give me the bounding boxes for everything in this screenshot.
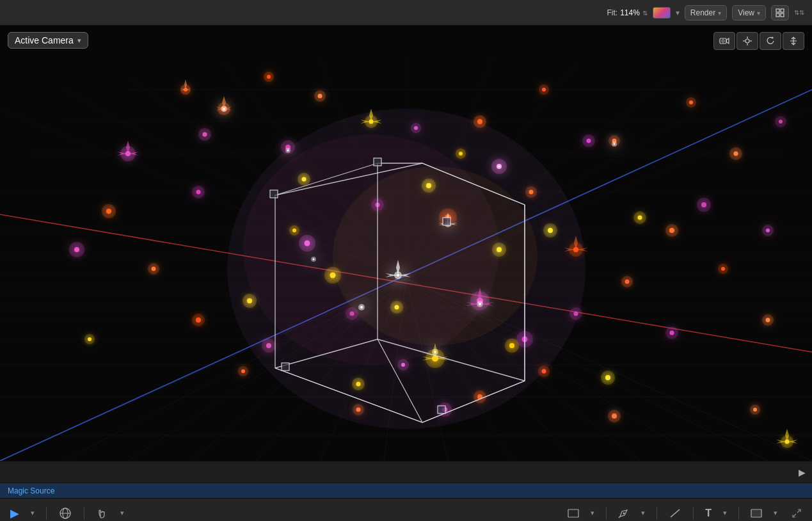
- scrubber-right-handle[interactable]: ▶: [799, 467, 806, 477]
- svg-point-214: [722, 40, 724, 42]
- fit-label: Fit: 114%: [607, 8, 647, 17]
- mask-dropdown[interactable]: ▾: [771, 506, 780, 520]
- color-picker-swatch[interactable]: [653, 7, 671, 19]
- pen-dropdown[interactable]: ▾: [639, 506, 648, 520]
- svg-rect-3: [781, 13, 784, 17]
- svg-point-215: [745, 39, 749, 43]
- svg-line-231: [793, 514, 796, 517]
- pen-icon: [618, 508, 630, 519]
- viewport-wrapper: Active Camera ▾: [0, 26, 812, 461]
- line-icon: [669, 508, 681, 519]
- top-toolbar: Fit: 114% ▾ Render View ⇅: [0, 0, 812, 26]
- separator-2: [84, 507, 84, 520]
- viewport-controls: [713, 32, 804, 50]
- separator-4: [657, 507, 657, 520]
- layout-stepper[interactable]: ⇅: [794, 9, 804, 16]
- camera-icon: [719, 37, 729, 45]
- svg-rect-225: [568, 509, 578, 517]
- text-icon: T: [705, 508, 712, 519]
- layer-label: Magic Source: [8, 486, 54, 495]
- render-label: Render: [690, 8, 715, 17]
- separator-6: [738, 507, 739, 520]
- svg-rect-213: [720, 38, 726, 44]
- view-label: View: [738, 8, 754, 17]
- bottom-controls: ▶ ▾ ▾ ▾ ▾: [0, 498, 812, 521]
- layer-label-bar: Magic Source: [0, 483, 812, 498]
- stack-button[interactable]: [783, 32, 804, 50]
- move-icon: [742, 36, 752, 46]
- camera-chevron-icon: ▾: [77, 36, 81, 45]
- orbit-icon: [58, 506, 72, 520]
- view-button[interactable]: View: [732, 5, 766, 20]
- rotate-icon: [765, 36, 776, 46]
- fit-value: 114%: [620, 8, 640, 17]
- camera-view-button[interactable]: [713, 32, 735, 50]
- rotate-button[interactable]: [760, 32, 781, 50]
- hand-icon: [96, 507, 109, 520]
- render-chevron: [718, 8, 721, 17]
- separator-3: [606, 507, 607, 520]
- play-button[interactable]: ▶: [8, 504, 22, 522]
- grid-background: [0, 26, 812, 461]
- shape-tool-button[interactable]: [565, 506, 582, 520]
- mask-tool-button[interactable]: [748, 506, 765, 520]
- grid-svg: [0, 26, 812, 461]
- color-dropdown-chevron[interactable]: ▾: [676, 8, 680, 17]
- render-button[interactable]: Render: [685, 5, 727, 20]
- scrubber-track[interactable]: [0, 461, 812, 483]
- orbit-tool-button[interactable]: [56, 504, 75, 522]
- svg-rect-4: [0, 26, 812, 461]
- camera-selector[interactable]: Active Camera ▾: [8, 32, 88, 49]
- scrubber-bar: ◀ ▶: [0, 461, 812, 483]
- move-tool-button[interactable]: [736, 32, 758, 50]
- stack-icon: [788, 36, 799, 46]
- svg-rect-1: [781, 9, 784, 12]
- view-chevron: [757, 8, 760, 17]
- expand-button[interactable]: [789, 506, 804, 521]
- fit-group: Fit: 114%: [607, 8, 647, 17]
- svg-line-228: [671, 509, 680, 517]
- svg-rect-229: [751, 509, 761, 517]
- svg-rect-2: [776, 13, 779, 17]
- play-icon: ▶: [10, 506, 19, 520]
- camera-bar: Active Camera ▾: [8, 32, 88, 49]
- fit-text: Fit:: [607, 8, 617, 17]
- shape-dropdown[interactable]: ▾: [588, 506, 597, 520]
- hand-tool-button[interactable]: [93, 504, 111, 522]
- svg-line-227: [619, 517, 620, 518]
- expand-icon: [792, 508, 802, 518]
- svg-line-230: [797, 509, 800, 513]
- text-tool-button[interactable]: T: [703, 505, 714, 522]
- play-dropdown[interactable]: ▾: [28, 506, 37, 520]
- layout-button[interactable]: [771, 5, 789, 20]
- separator-1: [46, 507, 47, 520]
- shape-icon: [568, 509, 579, 518]
- camera-label: Active Camera: [15, 35, 74, 45]
- hand-dropdown[interactable]: ▾: [118, 506, 127, 520]
- pen-tool-button[interactable]: [616, 505, 632, 522]
- layout-icon: [776, 8, 784, 17]
- svg-point-226: [623, 512, 625, 514]
- text-dropdown[interactable]: ▾: [720, 506, 729, 520]
- fit-stepper[interactable]: [642, 8, 648, 17]
- line-tool-button[interactable]: [666, 505, 684, 522]
- separator-5: [693, 507, 694, 520]
- mask-icon: [751, 509, 762, 518]
- svg-rect-0: [776, 9, 779, 12]
